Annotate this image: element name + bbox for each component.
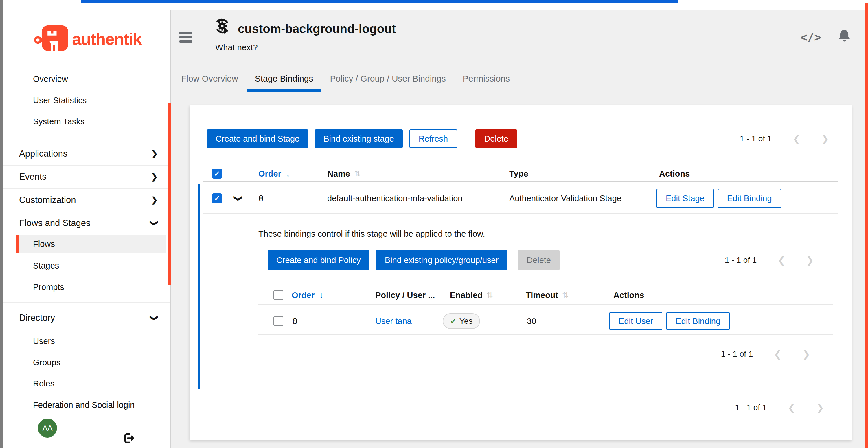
sidebar-divider <box>3 212 170 212</box>
refresh-button[interactable]: Refresh <box>409 130 458 148</box>
pagination-prev-icon[interactable]: ❮ <box>787 402 795 413</box>
pagination-next-icon[interactable]: ❯ <box>816 402 824 413</box>
create-and-bind-stage-button[interactable]: Create and bind Stage <box>207 130 308 148</box>
policy-table-row: 0 User tana ✓ Yes 30 Edit User Edit Bind… <box>189 308 851 335</box>
page-header: custom-background-logout What next? </> … <box>171 10 865 92</box>
avatar[interactable]: AA <box>38 418 57 438</box>
stage-table-row: ✓ ❯ 0 default-authentication-mfa-validat… <box>189 183 851 213</box>
sidebar-divider <box>3 188 170 189</box>
notifications-bell-icon[interactable] <box>837 28 852 44</box>
row-checkbox[interactable]: ✓ <box>212 183 222 213</box>
edit-binding-button[interactable]: Edit Binding <box>666 312 730 330</box>
edit-stage-button[interactable]: Edit Stage <box>656 189 714 208</box>
column-header-policy-user: Policy / User ... <box>375 286 435 304</box>
tab-policy-group-user-bindings[interactable]: Policy / Group / User Bindings <box>322 68 454 92</box>
tab-stage-bindings[interactable]: Stage Bindings <box>247 68 321 92</box>
api-code-icon[interactable]: </> <box>800 31 821 44</box>
row-type-value: Authenticator Validation Stage <box>509 183 621 213</box>
tab-permissions[interactable]: Permissions <box>455 68 517 92</box>
bind-existing-policy-button[interactable]: Bind existing policy/group/user <box>376 250 507 270</box>
stage-toolbar: Create and bind Stage Bind existing stag… <box>207 130 517 148</box>
policy-row-timeout-value: 30 <box>527 308 536 335</box>
chevron-down-icon: ❯ <box>150 220 159 227</box>
column-header-actions: Actions <box>613 286 644 304</box>
sidebar-item-applications[interactable]: Applications ❯ <box>3 143 170 164</box>
edit-binding-button[interactable]: Edit Binding <box>718 189 781 208</box>
sidebar-item-system-tasks[interactable]: System Tasks <box>3 112 170 131</box>
sidebar-item-users[interactable]: Users <box>3 332 170 351</box>
create-and-bind-policy-button[interactable]: Create and bind Policy <box>268 250 370 270</box>
authentik-logo-icon <box>34 25 69 53</box>
sidebar-item-overview[interactable]: Overview <box>3 69 170 89</box>
pagination-next-icon[interactable]: ❯ <box>802 349 810 359</box>
logout-icon[interactable] <box>124 433 135 445</box>
policy-header-divider <box>258 304 833 305</box>
chevron-down-icon: ❯ <box>234 195 243 202</box>
column-header-actions: Actions <box>659 166 690 181</box>
edit-user-button[interactable]: Edit User <box>609 312 662 330</box>
sidebar-item-customization[interactable]: Customization ❯ <box>3 189 170 210</box>
authentik-wordmark: authentik <box>72 29 142 48</box>
page-scrollbar[interactable] <box>865 3 868 448</box>
chevron-right-icon: ❯ <box>151 149 158 159</box>
pagination-prev-icon[interactable]: ❮ <box>793 133 800 144</box>
table-header-divider <box>203 181 838 182</box>
sidebar-scrollbar[interactable] <box>168 103 171 285</box>
pagination-prev-icon[interactable]: ❮ <box>774 349 781 359</box>
row-expander[interactable]: ❯ <box>235 183 242 213</box>
bind-existing-stage-button[interactable]: Bind existing stage <box>315 130 402 148</box>
pagination-next-icon[interactable]: ❯ <box>821 133 829 144</box>
tab-flow-overview[interactable]: Flow Overview <box>174 68 246 92</box>
column-header-type: Type <box>509 166 528 181</box>
policy-row-user-link[interactable]: User tana <box>375 308 412 335</box>
policy-row-divider <box>258 335 833 335</box>
policy-delete-button[interactable]: Delete <box>518 250 560 270</box>
sort-both-icon: ⇅ <box>562 290 569 300</box>
sidebar-item-prompts[interactable]: Prompts <box>3 277 170 297</box>
column-header-order[interactable]: Order ↓ <box>258 166 290 181</box>
check-icon: ✓ <box>214 170 220 178</box>
sidebar-item-roles[interactable]: Roles <box>3 374 170 393</box>
column-header-timeout[interactable]: Timeout ⇅ <box>526 286 569 304</box>
authentik-logo[interactable]: authentik <box>34 25 142 53</box>
stage-table-header: ✓ Order ↓ Name ⇅ Type Actions <box>189 166 851 181</box>
policy-row-actions: Edit User Edit Binding <box>609 308 730 335</box>
hamburger-menu-icon[interactable] <box>179 32 192 45</box>
sort-desc-icon: ↓ <box>286 169 290 179</box>
sidebar-item-directory[interactable]: Directory ❯ <box>3 308 170 328</box>
sidebar-item-groups[interactable]: Groups <box>3 353 170 372</box>
sidebar-item-federation-social-login[interactable]: Federation and Social login <box>3 395 170 414</box>
sidebar-divider <box>3 302 170 303</box>
sidebar-item-stages[interactable]: Stages <box>3 256 170 275</box>
pagination-next-icon[interactable]: ❯ <box>806 255 814 266</box>
policy-table-header: Order ↓ Policy / User ... Enabled ⇅ Time… <box>189 286 851 304</box>
policy-toolbar: Create and bind Policy Bind existing pol… <box>268 250 560 270</box>
policy-row-checkbox[interactable] <box>273 308 283 335</box>
policy-row-enabled: ✓ Yes <box>443 308 480 335</box>
row-divider <box>203 213 838 214</box>
check-icon: ✓ <box>214 194 220 203</box>
policy-pagination: 1 - 1 of 1 ❮ ❯ <box>725 250 814 270</box>
column-header-enabled[interactable]: Enabled ⇅ <box>450 286 493 304</box>
sort-desc-icon: ↓ <box>319 290 323 300</box>
sidebar-item-user-statistics[interactable]: User Statistics <box>3 91 170 110</box>
bindings-description: These bindings control if this stage wil… <box>258 229 485 239</box>
pagination-prev-icon[interactable]: ❮ <box>777 255 785 266</box>
column-header-name[interactable]: Name ⇅ <box>327 166 361 181</box>
column-header-order[interactable]: Order ↓ <box>292 286 323 304</box>
sort-both-icon: ⇅ <box>354 169 361 178</box>
stage-bottom-pagination: 1 - 1 of 1 ❮ ❯ <box>735 399 824 416</box>
sidebar-item-flows[interactable]: Flows <box>17 235 166 253</box>
row-actions: Edit Stage Edit Binding <box>656 183 781 213</box>
stage-bindings-card: Create and bind Stage Bind existing stag… <box>189 105 851 440</box>
flow-icon <box>214 18 230 35</box>
page-subtitle: What next? <box>215 43 258 52</box>
delete-button[interactable]: Delete <box>475 130 517 148</box>
select-all-checkbox[interactable]: ✓ <box>212 166 222 181</box>
sidebar-item-flows-and-stages[interactable]: Flows and Stages ❯ <box>3 213 170 234</box>
chevron-down-icon: ❯ <box>150 315 159 321</box>
sidebar-item-events[interactable]: Events ❯ <box>3 167 170 187</box>
row-name-value: default-authentication-mfa-validation <box>327 183 463 213</box>
app-window: authentik Overview User Statistics Syste… <box>0 0 868 448</box>
policy-select-all-checkbox[interactable] <box>273 286 283 304</box>
